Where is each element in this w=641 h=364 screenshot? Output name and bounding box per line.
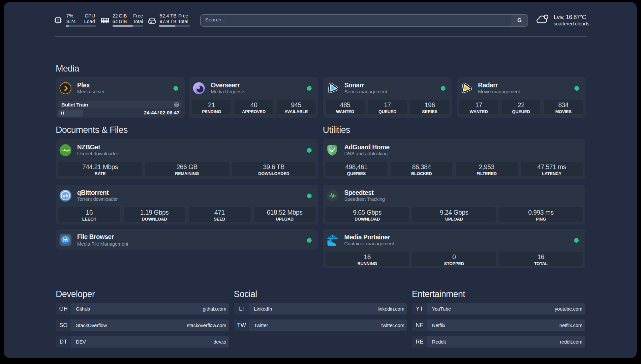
svg-text:qb: qb bbox=[63, 193, 69, 198]
svg-text:nzbget: nzbget bbox=[61, 149, 70, 152]
